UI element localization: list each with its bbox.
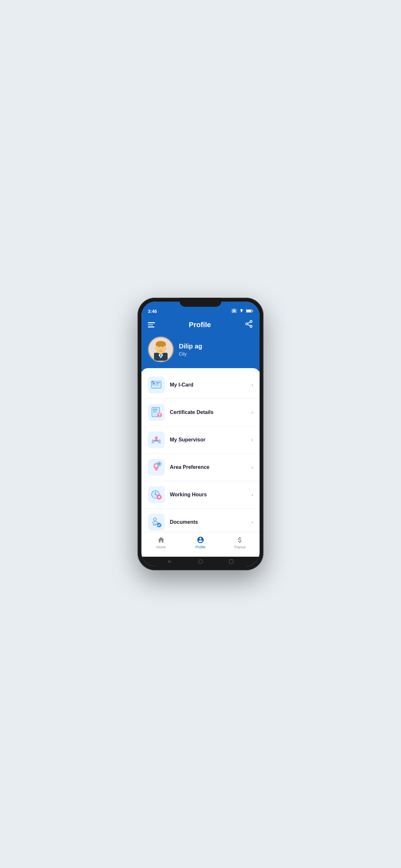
svg-point-0 — [233, 310, 235, 312]
nav-payout-label: Payout — [235, 545, 245, 549]
svg-rect-36 — [153, 412, 157, 412]
svg-rect-16 — [156, 344, 166, 346]
svg-rect-59 — [157, 497, 158, 497]
menu-item-hours[interactable]: Working Hours › — [142, 481, 259, 508]
hours-chevron: › — [251, 492, 253, 498]
icard-icon — [150, 378, 163, 392]
documents-icon — [150, 516, 163, 529]
svg-marker-82 — [168, 560, 172, 563]
profile-section: Dilip ag City — [148, 335, 253, 365]
svg-rect-3 — [252, 310, 253, 312]
svg-line-8 — [248, 322, 250, 323]
nav-profile-label: Profile — [195, 545, 205, 549]
documents-chevron: › — [251, 519, 253, 525]
supervisor-label: My Supervisor — [170, 437, 251, 443]
svg-rect-27 — [156, 382, 160, 383]
avatar — [148, 337, 174, 362]
profile-info: Dilip ag City — [179, 343, 202, 356]
icard-label: My I-Card — [170, 382, 251, 388]
menu-item-supervisor[interactable]: My Supervisor › — [142, 426, 259, 454]
menu-item-documents[interactable]: Documents › — [142, 508, 259, 532]
svg-point-39 — [155, 437, 158, 440]
menu-item-icard[interactable]: My I-Card › — [142, 371, 259, 399]
certificate-icon — [150, 406, 163, 419]
menu-item-certificate[interactable]: Certificate Details › — [142, 399, 259, 426]
hours-label: Working Hours — [170, 492, 251, 498]
svg-point-26 — [153, 383, 155, 384]
documents-label: Documents — [170, 519, 251, 525]
main-content: My I-Card › — [142, 368, 259, 532]
icard-chevron: › — [251, 382, 253, 388]
svg-point-56 — [158, 496, 160, 498]
hours-icon-container — [148, 486, 165, 503]
hamburger-menu-button[interactable] — [148, 322, 155, 328]
svg-rect-60 — [160, 497, 161, 497]
home-icon — [157, 536, 165, 544]
nav-home-label: Home — [156, 545, 166, 549]
status-time: 3:46 — [148, 309, 157, 314]
bottom-navigation: Home Profile Payout — [142, 532, 259, 557]
svg-point-19 — [158, 348, 159, 348]
area-icon — [150, 461, 163, 474]
svg-point-20 — [162, 348, 163, 348]
svg-rect-58 — [159, 498, 159, 499]
certificate-label: Certificate Details — [170, 409, 251, 415]
battery-icon — [246, 309, 253, 313]
wifi-icon — [239, 309, 244, 313]
supervisor-icon — [150, 433, 163, 446]
menu-item-area[interactable]: Area Preference › — [142, 454, 259, 481]
svg-rect-28 — [156, 383, 159, 384]
share-button[interactable] — [245, 320, 253, 330]
nav-home[interactable]: Home — [142, 535, 181, 550]
svg-rect-35 — [153, 410, 157, 411]
svg-point-32 — [152, 381, 153, 382]
phone-screen: 3:46 — [142, 302, 259, 566]
svg-point-22 — [155, 347, 157, 350]
svg-rect-29 — [156, 385, 158, 385]
hours-icon — [150, 488, 163, 501]
page-title: Profile — [189, 321, 211, 329]
area-icon-container — [148, 459, 165, 476]
svg-line-7 — [248, 324, 250, 326]
payout-icon — [236, 536, 244, 544]
app-header: Profile — [142, 316, 259, 371]
svg-point-63 — [153, 518, 157, 521]
profile-icon — [197, 536, 204, 544]
area-label: Area Preference — [170, 464, 251, 470]
camera-status-icon — [231, 308, 237, 314]
svg-point-21 — [160, 349, 161, 350]
back-button[interactable] — [167, 559, 173, 564]
supervisor-icon-container — [148, 431, 165, 448]
svg-rect-2 — [246, 310, 251, 312]
svg-rect-84 — [229, 560, 233, 563]
documents-icon-container — [148, 514, 165, 531]
svg-rect-57 — [159, 495, 159, 496]
profile-name: Dilip ag — [179, 343, 202, 350]
phone-notch — [180, 298, 221, 307]
nav-profile[interactable]: Profile — [181, 535, 220, 550]
android-nav-bar — [142, 557, 259, 566]
nav-payout[interactable]: Payout — [220, 535, 259, 550]
profile-location: City — [179, 351, 202, 356]
supervisor-chevron: › — [251, 437, 253, 443]
recents-button[interactable] — [228, 559, 234, 564]
area-chevron: › — [251, 464, 253, 470]
svg-point-38 — [158, 413, 160, 415]
phone-frame: 3:46 — [137, 298, 264, 570]
home-button[interactable] — [197, 559, 204, 564]
svg-rect-34 — [153, 409, 158, 410]
certificate-icon-container — [148, 404, 165, 421]
menu-list: My I-Card › — [142, 368, 259, 532]
certificate-chevron: › — [251, 409, 253, 415]
svg-rect-65 — [153, 525, 156, 526]
svg-point-23 — [165, 347, 167, 350]
icard-icon-container — [148, 376, 165, 393]
status-icons — [231, 308, 253, 314]
svg-point-83 — [198, 560, 203, 563]
svg-rect-64 — [153, 524, 157, 525]
